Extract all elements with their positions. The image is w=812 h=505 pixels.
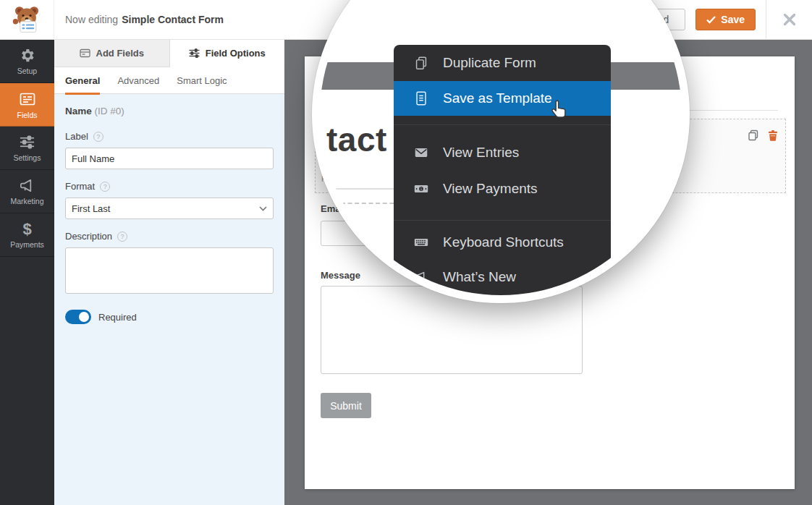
envelope-icon xyxy=(413,144,430,161)
sidebar-item-marketing[interactable]: Marketing xyxy=(0,170,54,213)
required-toggle[interactable] xyxy=(65,310,91,324)
add-fields-icon xyxy=(80,48,90,58)
sliders-icon xyxy=(19,134,35,150)
submit-button[interactable]: Submit xyxy=(321,393,371,418)
save-button[interactable]: Save xyxy=(695,9,756,30)
hand-cursor-icon xyxy=(549,98,570,120)
format-select[interactable]: First Last xyxy=(65,198,274,219)
tab-field-options[interactable]: Field Options xyxy=(170,40,285,67)
money-bill-icon: 1 xyxy=(413,180,430,198)
wpforms-logo xyxy=(0,0,54,39)
builder-dropdown-menu: Duplicate Form Save as Template View Ent… xyxy=(394,45,611,300)
now-editing-text: Now editingSimple Contact Form xyxy=(65,0,224,39)
keyboard-icon xyxy=(413,234,430,251)
form-fields-icon xyxy=(19,90,36,108)
field-title: Name (ID #0) xyxy=(65,106,274,116)
option-group-tabs: General Advanced Smart Logic xyxy=(54,67,284,94)
close-builder-button[interactable] xyxy=(766,0,812,39)
message-textarea[interactable] xyxy=(321,286,583,374)
editing-form-name: Simple Contact Form xyxy=(122,14,224,25)
sidebar-item-label: Payments xyxy=(10,240,44,249)
wpforms-builder: Simple Contact Form Name First xyxy=(0,0,812,505)
sidebar-item-setup[interactable]: Setup xyxy=(0,40,54,83)
gear-icon xyxy=(19,47,35,64)
sidebar-item-fields[interactable]: Fields xyxy=(0,83,54,127)
duplicate-icon xyxy=(413,54,430,72)
megaphone-icon xyxy=(19,177,35,194)
dollar-icon: $ xyxy=(22,221,31,237)
sidebar-item-payments[interactable]: $ Payments xyxy=(0,213,54,257)
help-tooltip-icon[interactable]: ? xyxy=(100,182,110,192)
svg-text:1: 1 xyxy=(420,187,423,191)
description-textarea[interactable] xyxy=(65,247,274,294)
field-options-icon xyxy=(189,48,200,58)
tab-add-fields[interactable]: Add Fields xyxy=(54,40,170,67)
subtab-general[interactable]: General xyxy=(65,67,100,94)
delete-field-icon[interactable] xyxy=(766,129,779,145)
menu-item-view-payments[interactable]: 1 View Payments xyxy=(394,172,611,205)
chevron-down-icon xyxy=(259,206,267,211)
builder-sidebar: Setup Fields Settings Marketing $ Paymen… xyxy=(0,40,54,505)
subtab-advanced[interactable]: Advanced xyxy=(117,67,159,94)
required-toggle-label: Required xyxy=(98,312,137,323)
checkmark-icon xyxy=(706,16,716,24)
menu-item-keyboard-shortcuts[interactable]: Keyboard Shortcuts xyxy=(394,226,611,258)
sidebar-item-settings[interactable]: Settings xyxy=(0,127,54,170)
subtab-smart-logic[interactable]: Smart Logic xyxy=(177,67,227,94)
sidebar-item-label: Settings xyxy=(14,153,41,162)
help-tooltip-icon[interactable]: ? xyxy=(93,132,103,142)
label-input[interactable] xyxy=(65,148,274,169)
format-option-label: Format ? xyxy=(65,181,274,192)
menu-separator xyxy=(394,220,611,221)
sidebar-item-label: Marketing xyxy=(10,197,43,205)
document-icon xyxy=(413,90,430,107)
help-tooltip-icon[interactable]: ? xyxy=(117,232,127,242)
close-icon xyxy=(783,13,796,26)
menu-item-duplicate-form[interactable]: Duplicate Form xyxy=(394,45,611,81)
field-options-panel: Add Fields Field Options General Advance… xyxy=(54,40,284,505)
description-option-label: Description ? xyxy=(65,231,274,242)
message-field-label: Message xyxy=(321,270,360,281)
magnified-title-divider xyxy=(320,188,395,190)
menu-separator xyxy=(394,124,611,125)
menu-item-view-entries[interactable]: View Entries xyxy=(394,136,611,169)
sidebar-item-label: Fields xyxy=(17,111,37,119)
magnified-form-title-fragment: tact xyxy=(326,120,387,159)
menu-item-save-as-template[interactable]: Save as Template xyxy=(394,81,611,116)
sidebar-item-label: Setup xyxy=(17,67,37,75)
label-option-label: Label ? xyxy=(65,131,274,142)
duplicate-field-icon[interactable] xyxy=(747,129,760,145)
